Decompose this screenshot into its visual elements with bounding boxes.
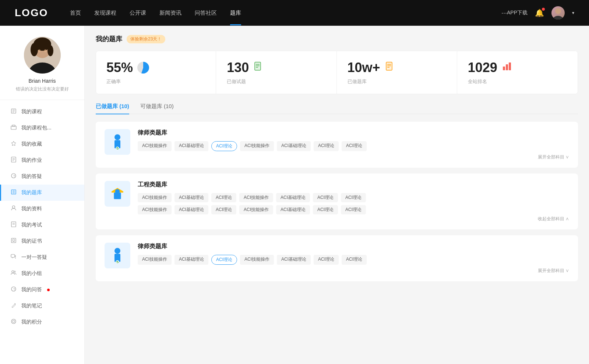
bank-tags-engineer1: ACI技能操作ACI基础理论ACI理论ACI技能操作ACI基础理论ACI理论AC… — [138, 193, 569, 202]
tag-row2-engineer1-1[interactable]: ACI基础理论 — [174, 205, 208, 214]
lawyer-bank-icon — [105, 129, 130, 155]
tag-lawyer1-1[interactable]: ACI基础理论 — [174, 141, 208, 151]
tag-row2-engineer1-4[interactable]: ACI基础理论 — [276, 205, 310, 214]
tag-lawyer2-2[interactable]: ACI理论 — [211, 255, 237, 265]
sidebar-item-label-exam: 我的考试 — [21, 222, 42, 228]
svg-point-43 — [11, 319, 16, 324]
bank-card-engineer1: 工程类题库ACI技能操作ACI基础理论ACI理论ACI技能操作ACI基础理论AC… — [96, 174, 578, 229]
nav-link-首页[interactable]: 首页 — [70, 10, 81, 17]
notification-bell[interactable]: 🔔 — [535, 8, 544, 17]
tag-engineer1-6[interactable]: ACI理论 — [341, 193, 366, 202]
homework-icon — [10, 157, 17, 164]
tag-row2-engineer1-6[interactable]: ACI理论 — [341, 205, 366, 214]
sidebar-item-profile[interactable]: 我的资料 — [0, 201, 84, 217]
stat-card-3: 1029 全站排名 — [458, 51, 578, 94]
sidebar-item-notes[interactable]: 我的笔记 — [0, 298, 84, 314]
course-pkg-icon — [10, 124, 17, 132]
stat-label-0: 正确率 — [106, 78, 205, 85]
bank-cards: 律师类题库ACI技能操作ACI基础理论ACI理论ACI技能操作ACI基础理论AC… — [96, 122, 578, 281]
svg-rect-35 — [11, 254, 15, 257]
svg-text:?: ? — [13, 288, 15, 291]
tab-0[interactable]: 已做题库 (10) — [96, 103, 129, 114]
tag-row2-engineer1-3[interactable]: ACI技能操作 — [239, 205, 273, 214]
nav-link-公开课[interactable]: 公开课 — [130, 10, 146, 17]
sidebar-item-exam[interactable]: 我的考试 — [0, 217, 84, 233]
sidebar-item-group[interactable]: 我的小组 — [0, 265, 84, 282]
user-dropdown-icon[interactable]: ▾ — [572, 10, 574, 15]
svg-rect-56 — [506, 64, 508, 70]
course-icon — [10, 108, 17, 115]
myqa-icon: ? — [10, 286, 17, 293]
tag-lawyer1-2[interactable]: ACI理论 — [211, 141, 237, 151]
svg-point-6 — [31, 43, 38, 56]
tag-lawyer2-5[interactable]: ACI理论 — [314, 255, 339, 265]
nav-links: 首页发现课程公开课新闻资讯问答社区题库 — [70, 10, 501, 17]
tag-lawyer1-3[interactable]: ACI技能操作 — [240, 141, 274, 151]
sidebar-item-homework[interactable]: 我的作业 — [0, 152, 84, 168]
sidebar-item-favorites[interactable]: 我的收藏 — [0, 136, 84, 152]
tag-engineer1-0[interactable]: ACI技能操作 — [138, 193, 172, 202]
sidebar-item-course[interactable]: 我的课程 — [0, 104, 84, 120]
main-content: 我的题库 体验剩余23天！ 55% 正确率 130 已做试题 10w+ 已做题库… — [85, 26, 589, 364]
group-icon — [10, 270, 17, 277]
stat-value-3: 1029 — [468, 60, 497, 75]
bank-card-header-lawyer2: 律师类题库ACI技能操作ACI基础理论ACI理论ACI技能操作ACI基础理论AC… — [105, 243, 569, 274]
sidebar-item-course-pkg[interactable]: 我的课程包... — [0, 120, 84, 136]
tag-lawyer1-5[interactable]: ACI理论 — [314, 141, 339, 151]
doc-green-icon — [253, 61, 264, 72]
nav-logo[interactable]: LOGO — [15, 7, 48, 19]
sidebar-item-myqa[interactable]: ?我的问答 — [0, 282, 84, 298]
tag-lawyer2-4[interactable]: ACI基础理论 — [277, 255, 311, 265]
stat-top-2: 10w+ — [348, 60, 447, 75]
nav-link-新闻资讯[interactable]: 新闻资讯 — [159, 10, 181, 17]
tab-1[interactable]: 可做题库 (10) — [140, 103, 174, 114]
user-name: Brian Harris — [29, 78, 56, 84]
tag-engineer1-1[interactable]: ACI基础理论 — [174, 193, 208, 202]
sidebar-item-points[interactable]: 我的积分 — [0, 314, 84, 330]
nav-link-题库[interactable]: 题库 — [230, 10, 241, 17]
sidebar-item-qa[interactable]: ?我的答疑 — [0, 168, 84, 185]
stat-value-0: 55% — [106, 60, 133, 75]
nav-link-发现课程[interactable]: 发现课程 — [94, 10, 116, 17]
nav-more[interactable]: ··· — [501, 9, 507, 17]
svg-point-8 — [38, 49, 40, 52]
svg-point-44 — [13, 320, 15, 322]
notes-icon — [10, 302, 17, 310]
expand-button-lawyer2[interactable]: 展开全部科目 ∨ — [138, 268, 569, 274]
svg-line-33 — [13, 241, 14, 242]
svg-rect-50 — [386, 62, 392, 70]
tag-engineer1-3[interactable]: ACI技能操作 — [239, 193, 273, 202]
points-icon — [10, 318, 17, 326]
stat-icon-2 — [385, 61, 395, 74]
tag-engineer1-5[interactable]: ACI理论 — [313, 193, 338, 202]
stat-icon-1 — [253, 61, 264, 74]
sidebar-item-label-favorites: 我的收藏 — [21, 141, 42, 147]
svg-point-37 — [15, 258, 16, 258]
engineer-bank-icon — [105, 181, 130, 207]
tag-row2-engineer1-2[interactable]: ACI理论 — [211, 205, 236, 214]
tag-engineer1-2[interactable]: ACI理论 — [211, 193, 236, 202]
tutoring-icon — [10, 254, 17, 261]
stat-card-2: 10w+ 已做题库 — [337, 51, 457, 94]
tag-lawyer2-0[interactable]: ACI技能操作 — [138, 255, 172, 265]
tag-engineer1-4[interactable]: ACI基础理论 — [276, 193, 310, 202]
tag-row2-engineer1-0[interactable]: ACI技能操作 — [138, 205, 172, 214]
tag-row2-engineer1-5[interactable]: ACI理论 — [313, 205, 338, 214]
tag-lawyer1-0[interactable]: ACI技能操作 — [138, 141, 172, 151]
app-download-button[interactable]: APP下载 — [507, 10, 528, 16]
user-avatar[interactable] — [551, 6, 565, 19]
collapse-button-engineer1[interactable]: 收起全部科目 ∧ — [138, 216, 569, 222]
sidebar-item-qbank[interactable]: 我的题库 — [0, 185, 84, 201]
tag-lawyer2-3[interactable]: ACI技能操作 — [240, 255, 274, 265]
stat-value-1: 130 — [227, 60, 249, 75]
sidebar-item-label-cert: 我的证书 — [21, 238, 42, 245]
tag-lawyer2-1[interactable]: ACI基础理论 — [174, 255, 208, 265]
expand-button-lawyer1[interactable]: 展开全部科目 ∨ — [138, 154, 569, 160]
tag-lawyer1-6[interactable]: ACI理论 — [342, 141, 367, 151]
sidebar-item-tutoring[interactable]: 一对一答疑 — [0, 249, 84, 265]
sidebar-item-cert[interactable]: 我的证书 — [0, 233, 84, 249]
nav-link-问答社区[interactable]: 问答社区 — [195, 10, 217, 17]
tag-lawyer2-6[interactable]: ACI理论 — [342, 255, 367, 265]
tag-lawyer1-4[interactable]: ACI基础理论 — [277, 141, 311, 151]
doc-orange-icon — [385, 61, 395, 72]
